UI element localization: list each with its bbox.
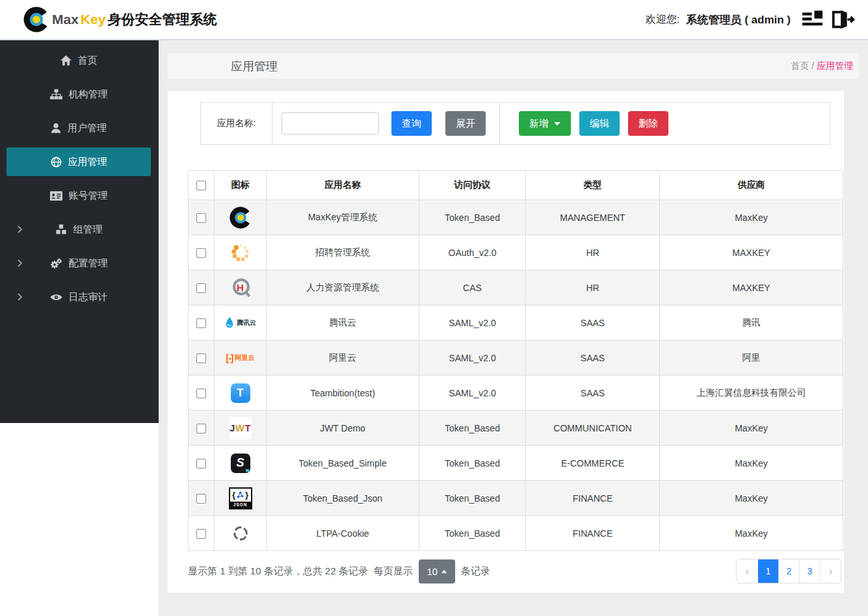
json-logo-icon: { } JSON xyxy=(215,487,266,509)
sidebar-item-label: 组管理 xyxy=(73,224,103,236)
app-icon-cell: { } JSON xyxy=(215,481,267,516)
row-checkbox[interactable] xyxy=(196,248,206,258)
pagination-bar: 显示第 1 到第 10 条记录，总共 22 条记录 每页显示 10 条记录 ‹1… xyxy=(188,559,841,584)
app-name-cell: 人力资源管理系统 xyxy=(267,270,419,305)
app-table: 图标 应用名称 访问协议 类型 供应商 MaxKey管理系统Token_Base… xyxy=(188,170,843,551)
column-header-icon: 图标 xyxy=(215,171,267,200)
app-type-cell: E-COMMERCE xyxy=(526,446,660,481)
app-name-cell: LTPA-Cookie xyxy=(267,516,419,551)
row-checkbox[interactable] xyxy=(196,459,206,468)
row-checkbox[interactable] xyxy=(196,318,206,328)
sidebar-column: 首页 机构管理 用户管理 应用管理 账号管理 组管理 配置管理 日志审计 xyxy=(0,40,159,616)
sidebar-item-home[interactable]: 首页 xyxy=(7,46,151,75)
app-icon-cell: 腾讯云 xyxy=(215,305,267,340)
app-table-body: MaxKey管理系统Token_BasedMANAGEMENTMaxKey招聘管… xyxy=(189,200,843,551)
sidebar-item-app[interactable]: 应用管理 xyxy=(7,148,151,176)
sitemap-icon xyxy=(50,89,62,100)
page-size-dropdown[interactable]: 10 xyxy=(419,559,455,584)
sidebar-item-group[interactable]: 组管理 xyxy=(7,215,151,244)
query-button[interactable]: 查询 xyxy=(391,111,432,136)
app-icon-cell: [-] 阿里云 xyxy=(215,340,267,376)
delete-button[interactable]: 删除 xyxy=(628,111,668,136)
pagination-info: 显示第 1 到第 10 条记录，总共 22 条记录 每页显示 10 条记录 xyxy=(188,559,490,584)
search-toolbar: 应用名称: 查询 展开 新增 编辑 删除 xyxy=(200,102,830,145)
chevron-right-icon xyxy=(17,259,23,267)
add-button[interactable]: 新增 xyxy=(519,111,571,136)
app-vendor-cell: MaxKey xyxy=(660,446,843,481)
column-header-protocol: 访问协议 xyxy=(419,171,526,200)
teambition-logo-icon: T xyxy=(215,383,266,403)
app-type-cell: HR xyxy=(526,270,660,305)
breadcrumb-separator: / xyxy=(809,60,817,71)
app-vendor-cell: 腾讯 xyxy=(660,305,843,340)
app-protocol-cell: CAS xyxy=(419,270,526,305)
app-name-cell: 阿里云 xyxy=(267,340,419,376)
app-type-cell: COMMUNICATION xyxy=(526,411,660,446)
sidebar-item-config[interactable]: 配置管理 xyxy=(7,249,151,277)
breadcrumb-root[interactable]: 首页 xyxy=(791,60,809,71)
breadcrumb-current: 应用管理 xyxy=(817,60,853,71)
sidebar-item-label: 用户管理 xyxy=(68,122,107,135)
chevron-right-icon xyxy=(17,225,23,233)
app-icon-cell xyxy=(215,235,267,270)
page-button-2[interactable]: 2 xyxy=(778,559,799,583)
sidebar-item-user[interactable]: 用户管理 xyxy=(7,114,151,142)
app-type-cell: SAAS xyxy=(526,305,660,340)
table-row: 腾讯云腾讯云SAML_v2.0SAAS腾讯 xyxy=(189,305,843,340)
page-button-1[interactable]: 1 xyxy=(757,559,778,583)
app-icon-cell xyxy=(215,516,267,551)
app-icon-cell: T xyxy=(215,376,267,411)
sidebar-item-org[interactable]: 机构管理 xyxy=(7,80,151,109)
row-select-cell xyxy=(189,376,215,411)
row-checkbox[interactable] xyxy=(196,353,206,363)
app-name-cell: MaxKey管理系统 xyxy=(267,200,419,235)
row-checkbox[interactable] xyxy=(196,213,206,223)
row-checkbox[interactable] xyxy=(196,494,206,504)
sidebar-item-account[interactable]: 账号管理 xyxy=(7,181,151,210)
welcome-label: 欢迎您: xyxy=(646,13,679,27)
page-button-3[interactable]: 3 xyxy=(799,559,820,583)
row-checkbox[interactable] xyxy=(196,529,206,539)
search-label: 应用名称: xyxy=(201,103,272,144)
select-all-checkbox[interactable] xyxy=(196,181,206,190)
expand-button[interactable]: 展开 xyxy=(445,111,486,136)
app-type-cell: HR xyxy=(526,235,660,270)
select-all-header xyxy=(189,171,215,200)
app-name-input[interactable] xyxy=(282,112,379,135)
app-protocol-cell: Token_Based xyxy=(419,200,526,235)
app-icon-cell xyxy=(215,200,267,235)
list-icon[interactable] xyxy=(802,10,824,29)
tencent-cloud-logo-icon: 腾讯云 xyxy=(215,316,266,329)
logout-icon[interactable] xyxy=(830,9,855,30)
column-header-vendor: 供应商 xyxy=(660,171,843,200)
header-right: 欢迎您: 系统管理员 ( admin ) xyxy=(646,9,855,30)
s-letter-logo-icon: S xyxy=(215,454,266,473)
column-header-name: 应用名称 xyxy=(267,171,419,200)
sidebar-item-audit[interactable]: 日志审计 xyxy=(7,283,151,311)
row-select-cell xyxy=(189,200,215,235)
row-checkbox[interactable] xyxy=(196,424,206,433)
table-row: { } JSONToken_Based_JsonToken_BasedFINAN… xyxy=(189,481,843,516)
row-select-cell xyxy=(189,446,215,481)
row-select-cell xyxy=(189,305,215,340)
row-checkbox[interactable] xyxy=(196,389,206,398)
page-title: 应用管理 xyxy=(231,58,278,74)
row-checkbox[interactable] xyxy=(196,283,206,293)
svg-text:H: H xyxy=(237,281,244,292)
search-input-cell: 查询 展开 xyxy=(272,103,500,144)
edit-button[interactable]: 编辑 xyxy=(579,111,620,136)
brand-text-key: Key xyxy=(81,12,106,27)
chevron-right-icon xyxy=(17,293,23,301)
titlebar: 应用管理 首页 / 应用管理 xyxy=(168,53,858,79)
table-row: TTeambition(test)SAML_v2.0SAAS上海汇翼信息科技有限… xyxy=(189,376,843,411)
sidebar-item-label: 首页 xyxy=(78,55,98,67)
prev-page-button[interactable]: ‹ xyxy=(737,559,757,583)
next-page-button[interactable]: › xyxy=(820,559,841,583)
id-card-icon xyxy=(50,191,62,201)
brand-text-max: Max xyxy=(52,12,79,27)
sidebar-item-label: 机构管理 xyxy=(69,88,108,101)
eye-icon xyxy=(50,293,62,302)
jwt-logo-icon: JWT xyxy=(215,417,266,439)
home-icon xyxy=(60,55,72,66)
table-row: 招聘管理系统OAuth_v2.0HRMAXKEY xyxy=(189,235,843,270)
